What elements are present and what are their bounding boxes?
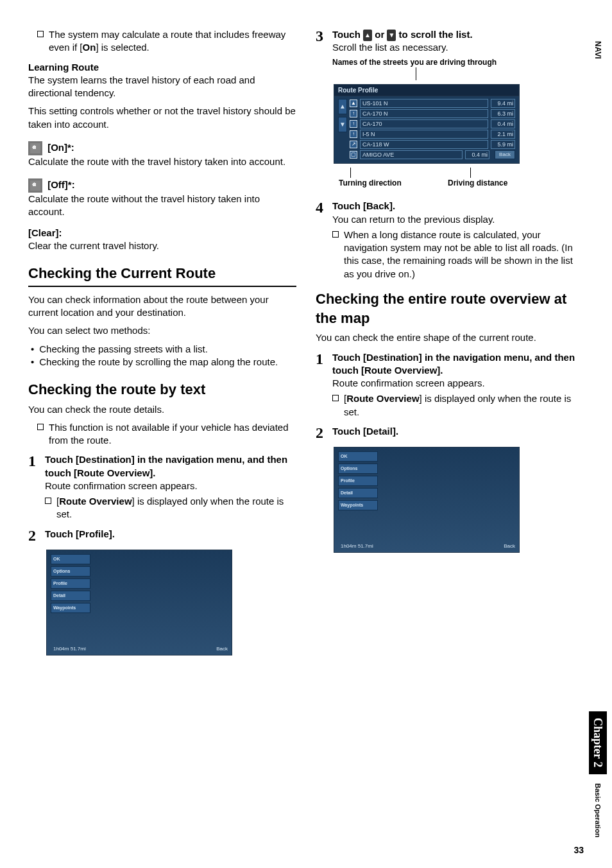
turn-icon: ↑ <box>350 130 357 138</box>
step3-body: Scroll the list as necessary. <box>332 41 584 54</box>
screenshot-profile-button: Profile <box>51 578 90 589</box>
road-dist: 0.4 mi <box>465 150 489 159</box>
bullet-dot-icon: • <box>31 356 34 369</box>
left-step-1: 1 Touch [Destination] in the navigation … <box>28 453 296 521</box>
step-number: 1 <box>316 351 332 419</box>
off-text: Calculate the route without the travel h… <box>28 193 296 219</box>
clear-text: Clear the current travel history. <box>28 239 296 252</box>
r-step1-note-bold: Route Overview <box>346 393 419 404</box>
step1-note-bold: Route Overview <box>59 496 132 507</box>
screenshot-back: Back <box>216 646 228 653</box>
current-p1: You can check information about the rout… <box>28 293 296 320</box>
road-dist: 9.4 mi <box>491 99 515 108</box>
turn-icon: ↑ <box>350 120 357 128</box>
route-row: ▲US-101 N9.4 mi <box>350 99 515 108</box>
screenshot-detail-button: Detail <box>51 591 90 601</box>
step3-b: or <box>372 29 387 40</box>
on-label: [On]*: <box>47 142 74 153</box>
step-number: 4 <box>316 200 332 281</box>
bullet-square-icon <box>332 231 339 238</box>
turn-icon: ↗ <box>350 141 357 148</box>
anno-turning: Turning direction <box>339 178 429 188</box>
map-screenshot-detail: OK Options Profile Detail Waypoints 1h04… <box>334 447 520 553</box>
step1-title: Touch [Destination] in the navigation me… <box>45 453 296 480</box>
note-on: The system may calculate a route that in… <box>28 28 296 55</box>
tab-basic-operation: Basic Operation <box>593 781 603 840</box>
step4-body: You can return to the previous display. <box>332 213 584 226</box>
checking-current-route-heading: Checking the Current Route <box>28 264 296 287</box>
step1-body: Route confirmation screen appears. <box>45 480 296 492</box>
screenshot-options-button: Options <box>338 464 378 474</box>
tab-chapter: Chapter 2 <box>589 711 607 774</box>
right-step-3: 3 Touch ▲ or ▼ to scroll the list. Scrol… <box>316 28 584 80</box>
road-dist: 0.4 mi <box>491 119 515 128</box>
step4-title: Touch [Back]. <box>332 200 584 213</box>
road-name: AMIGO AVE <box>360 150 463 159</box>
right-column: 3 Touch ▲ or ▼ to scroll the list. Scrol… <box>316 28 584 658</box>
screenshot-options-button: Options <box>51 566 90 577</box>
screenshot-waypoints-button: Waypoints <box>51 603 90 613</box>
step3-a: Touch <box>332 29 363 40</box>
text-p1: You can check the route details. <box>28 403 296 416</box>
side-tabs: NAVI Chapter 2 Basic Operation <box>590 39 606 840</box>
option-off-icon <box>28 178 42 193</box>
road-name: CA-118 W <box>360 140 488 149</box>
turn-icon: ↑ <box>350 110 357 117</box>
road-name: CA-170 <box>360 119 488 128</box>
screenshot-ok-button: OK <box>338 451 378 462</box>
page: The system may calculate a route that in… <box>0 0 612 868</box>
bullet2: Checking the route by scrolling the map … <box>39 356 278 369</box>
route-row: ↑CA-1700.4 mi <box>350 119 515 128</box>
list-up-icon: ▲ <box>338 99 347 114</box>
checking-route-text-heading: Checking the route by text <box>28 380 296 399</box>
route-profile-title: Route Profile <box>334 84 520 97</box>
step4-note: When a long distance route is calculated… <box>344 229 584 281</box>
screenshot-back: Back <box>495 150 515 159</box>
left-column: The system may calculate a route that in… <box>28 28 296 658</box>
r-step1-body: Route confirmation screen appears. <box>332 377 584 390</box>
screenshot-profile-button: Profile <box>338 476 378 486</box>
route-row: ▢AMIGO AVE0.4 miBack <box>350 150 515 159</box>
route-row: ↑I-5 N2.1 mi <box>350 130 515 139</box>
step-number: 1 <box>28 453 45 521</box>
road-name: CA-170 N <box>360 109 488 118</box>
option-on-icon <box>28 141 42 155</box>
road-name: I-5 N <box>360 130 488 139</box>
bullet-square-icon <box>332 395 339 401</box>
text-note-body: This function is not available if your v… <box>49 421 296 447</box>
note-bold: On <box>83 42 96 53</box>
left-step-2: 2 Touch [Profile]. <box>28 528 296 543</box>
right-map-step-2: 2 Touch [Detail]. <box>316 425 584 440</box>
learning-p2: This setting controls whether or not the… <box>28 105 296 131</box>
checking-entire-map-heading: Checking the entire route overview at th… <box>316 290 584 327</box>
route-profile-screenshot: Route Profile ▲ ▼ ▲US-101 N9.4 mi ↑CA-17… <box>334 84 520 164</box>
step2-title: Touch [Profile]. <box>45 528 296 541</box>
screenshot-status: 1h04m 51.7mi <box>341 543 373 550</box>
turn-icon: ▲ <box>350 100 357 107</box>
bullet1: Checking the passing streets with a list… <box>39 343 208 356</box>
bullet-square-icon <box>37 424 44 430</box>
page-number: 33 <box>574 844 584 856</box>
screenshot-back: Back <box>504 543 515 550</box>
scroll-up-icon: ▲ <box>363 30 372 41</box>
road-name: US-101 N <box>360 99 488 108</box>
learning-p1: The system learns the travel history of … <box>28 74 296 100</box>
anno-driving: Driving distance <box>448 178 531 188</box>
learning-route-heading: Learning Route <box>28 61 296 74</box>
map-p1: You can check the entire shape of the cu… <box>316 331 584 344</box>
right-step-4: 4 Touch [Back]. You can return to the pr… <box>316 200 584 281</box>
road-dist: 6.3 mi <box>491 109 515 118</box>
bullet-dot-icon: • <box>31 343 34 356</box>
road-dist: 2.1 mi <box>491 130 515 139</box>
tab-navi: NAVI <box>593 39 603 62</box>
screenshot-waypoints-button: Waypoints <box>338 500 378 510</box>
right-map-step-1: 1 Touch [Destination] in the navigation … <box>316 351 584 419</box>
step-number: 2 <box>28 528 45 543</box>
list-down-icon: ▼ <box>338 117 347 132</box>
step-number: 3 <box>316 28 332 80</box>
step-number: 2 <box>316 425 332 440</box>
on-text: Calculate the route with the travel hist… <box>28 155 296 168</box>
r-step1-title: Touch [Destination] in the navigation me… <box>332 351 584 378</box>
bullet-square-icon <box>45 498 51 504</box>
note-text-end: ] is selected. <box>96 42 149 53</box>
